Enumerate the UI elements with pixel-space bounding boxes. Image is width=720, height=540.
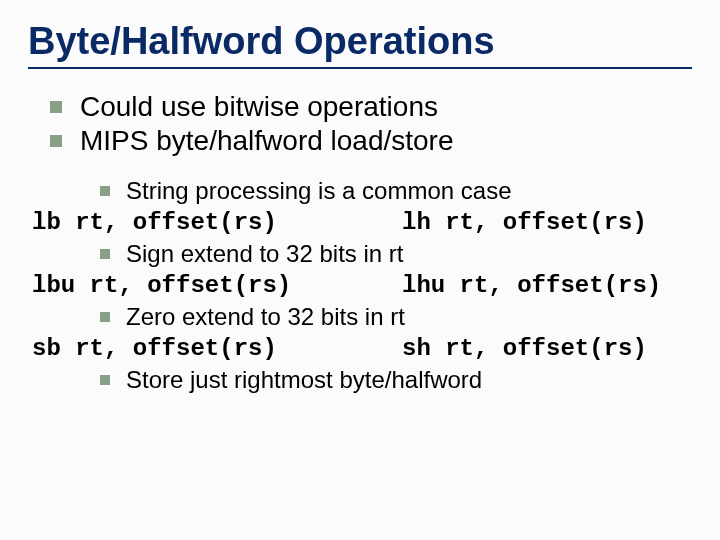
code-right: lh rt, offset(rs): [402, 209, 647, 236]
code-right: sh rt, offset(rs): [402, 335, 647, 362]
square-bullet-icon: [100, 375, 110, 385]
bullet-text: Could use bitwise operations: [80, 91, 438, 123]
square-bullet-icon: [100, 249, 110, 259]
bullet-text: MIPS byte/halfword load/store: [80, 125, 454, 157]
code-left: lb rt, offset(rs): [32, 209, 402, 236]
code-line: lbu rt, offset(rs) lhu rt, offset(rs): [28, 272, 692, 299]
bullet-text: Zero extend to 32 bits in rt: [126, 303, 405, 331]
bullet-level2: Zero extend to 32 bits in rt: [28, 303, 692, 331]
code-line: lb rt, offset(rs) lh rt, offset(rs): [28, 209, 692, 236]
bullet-level2: Store just rightmost byte/halfword: [28, 366, 692, 394]
bullet-text: Store just rightmost byte/halfword: [126, 366, 482, 394]
code-line: sb rt, offset(rs) sh rt, offset(rs): [28, 335, 692, 362]
square-bullet-icon: [50, 135, 62, 147]
bullet-level2: String processing is a common case: [28, 177, 692, 205]
code-left: lbu rt, offset(rs): [32, 272, 402, 299]
slide-title: Byte/Halfword Operations: [28, 20, 692, 63]
bullet-level1: MIPS byte/halfword load/store: [28, 125, 692, 157]
code-right: lhu rt, offset(rs): [402, 272, 661, 299]
title-underline: [28, 67, 692, 69]
square-bullet-icon: [100, 186, 110, 196]
square-bullet-icon: [50, 101, 62, 113]
bullet-text: Sign extend to 32 bits in rt: [126, 240, 404, 268]
bullet-level2: Sign extend to 32 bits in rt: [28, 240, 692, 268]
code-left: sb rt, offset(rs): [32, 335, 402, 362]
bullet-text: String processing is a common case: [126, 177, 512, 205]
square-bullet-icon: [100, 312, 110, 322]
bullet-level1: Could use bitwise operations: [28, 91, 692, 123]
